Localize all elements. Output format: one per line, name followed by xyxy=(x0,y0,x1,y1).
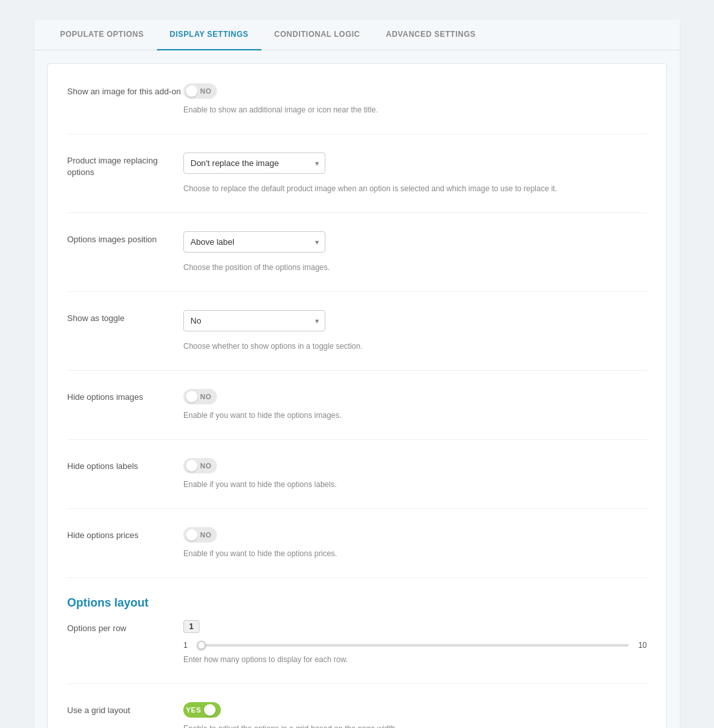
hide-options-images-toggle-label: NO xyxy=(200,393,212,400)
options-per-row-control: 1 1 10 Enter how many options to display… xyxy=(183,620,647,665)
hide-options-images-description: Enable if you want to hide the options i… xyxy=(183,410,647,421)
hide-options-prices-control: NO Enable if you want to hide the option… xyxy=(183,527,647,559)
options-per-row-label: Options per row xyxy=(67,620,183,634)
use-grid-layout-toggle[interactable]: YES xyxy=(183,702,221,718)
show-as-toggle-field: Show as toggle No Yes Choose whether to … xyxy=(67,310,647,371)
show-as-toggle-select[interactable]: No Yes xyxy=(183,310,325,331)
product-image-control: Don't replace the image Replace with opt… xyxy=(183,152,647,194)
show-as-toggle-select-wrapper: No Yes xyxy=(183,310,325,331)
hide-options-labels-toggle[interactable]: NO xyxy=(183,458,217,473)
options-per-row-thumb[interactable] xyxy=(197,641,206,650)
hide-options-labels-description: Enable if you want to hide the options l… xyxy=(183,479,647,490)
product-image-select-wrapper: Don't replace the image Replace with opt… xyxy=(183,152,325,174)
hide-options-images-label: Hide options images xyxy=(67,389,183,403)
use-grid-layout-description: Enable to adjust the options in a grid b… xyxy=(183,723,647,728)
options-per-row-max: 10 xyxy=(634,641,647,650)
options-images-position-select-wrapper: Above label Below label Left of label Ri… xyxy=(183,231,325,253)
options-per-row-slider-track: 1 10 xyxy=(183,641,647,650)
page-wrapper: POPULATE OPTIONS DISPLAY SETTINGS CONDIT… xyxy=(34,19,680,728)
hide-options-prices-toggle-knob xyxy=(186,529,198,541)
hide-options-prices-toggle-label: NO xyxy=(200,531,212,539)
options-per-row-slider[interactable] xyxy=(201,644,629,647)
show-image-toggle-label: NO xyxy=(200,87,212,95)
show-image-label: Show an image for this add-on xyxy=(67,83,183,98)
use-grid-layout-field: Use a grid layout YES Enable to adjust t… xyxy=(67,702,647,728)
use-grid-layout-control: YES Enable to adjust the options in a gr… xyxy=(183,702,647,728)
hide-options-images-field: Hide options images NO Enable if you wan… xyxy=(67,389,647,440)
show-as-toggle-label: Show as toggle xyxy=(67,310,183,324)
hide-options-labels-toggle-label: NO xyxy=(200,462,212,470)
show-image-toggle[interactable]: NO xyxy=(183,83,217,99)
hide-options-prices-toggle[interactable]: NO xyxy=(183,527,217,543)
use-grid-layout-toggle-row: YES xyxy=(183,702,647,718)
options-images-position-label: Options images position xyxy=(67,231,183,245)
options-per-row-value-box: 1 xyxy=(183,620,199,633)
options-images-position-field: Options images position Above label Belo… xyxy=(67,231,647,292)
use-grid-layout-toggle-knob xyxy=(204,704,216,716)
hide-options-prices-toggle-row: NO xyxy=(183,527,647,543)
hide-options-prices-field: Hide options prices NO Enable if you wan… xyxy=(67,527,647,578)
hide-options-prices-label: Hide options prices xyxy=(67,527,183,541)
options-per-row-description: Enter how many options to display for ea… xyxy=(183,654,647,665)
show-as-toggle-description: Choose whether to show options in a togg… xyxy=(183,340,647,352)
options-layout-title: Options layout xyxy=(67,596,647,610)
hide-options-labels-toggle-row: NO xyxy=(183,458,647,473)
content-panel: Show an image for this add-on NO Enable … xyxy=(47,63,667,728)
show-as-toggle-control: No Yes Choose whether to show options in… xyxy=(183,310,647,352)
show-image-toggle-row: NO xyxy=(183,83,647,99)
tab-populate[interactable]: POPULATE OPTIONS xyxy=(47,19,157,50)
show-image-description: Enable to show an additional image or ic… xyxy=(183,104,647,116)
options-images-position-description: Choose the position of the options image… xyxy=(183,262,647,273)
hide-options-labels-label: Hide options labels xyxy=(67,458,183,472)
tab-display[interactable]: DISPLAY SETTINGS xyxy=(157,19,261,50)
product-image-label: Product image replacing options xyxy=(67,152,183,178)
use-grid-layout-label: Use a grid layout xyxy=(67,702,183,716)
hide-options-labels-field: Hide options labels NO Enable if you wan… xyxy=(67,458,647,509)
tabs-bar: POPULATE OPTIONS DISPLAY SETTINGS CONDIT… xyxy=(34,19,680,50)
tab-conditional[interactable]: CONDITIONAL LOGIC xyxy=(261,19,373,50)
hide-options-images-toggle-row: NO xyxy=(183,389,647,404)
hide-options-labels-control: NO Enable if you want to hide the option… xyxy=(183,458,647,490)
show-image-field: Show an image for this add-on NO Enable … xyxy=(67,83,647,134)
hide-options-labels-toggle-knob xyxy=(186,460,198,472)
hide-options-prices-description: Enable if you want to hide the options p… xyxy=(183,548,647,559)
hide-options-images-toggle[interactable]: NO xyxy=(183,389,217,404)
show-image-toggle-knob xyxy=(186,85,198,97)
options-per-row-min: 1 xyxy=(183,641,196,650)
options-layout-section: Options layout Options per row 1 1 10 xyxy=(67,596,647,728)
product-image-select[interactable]: Don't replace the image Replace with opt… xyxy=(183,152,325,174)
show-image-control: NO Enable to show an additional image or… xyxy=(183,83,647,116)
options-images-position-control: Above label Below label Left of label Ri… xyxy=(183,231,647,273)
product-image-field: Product image replacing options Don't re… xyxy=(67,152,647,213)
hide-options-images-toggle-knob xyxy=(186,391,198,402)
options-images-position-select[interactable]: Above label Below label Left of label Ri… xyxy=(183,231,325,253)
options-per-row-field: Options per row 1 1 10 Enter how many op… xyxy=(67,620,647,684)
use-grid-layout-toggle-label: YES xyxy=(186,706,201,714)
product-image-description: Choose to replace the default product im… xyxy=(183,183,647,194)
hide-options-images-control: NO Enable if you want to hide the option… xyxy=(183,389,647,421)
tab-advanced[interactable]: ADVANCED SETTINGS xyxy=(373,19,489,50)
